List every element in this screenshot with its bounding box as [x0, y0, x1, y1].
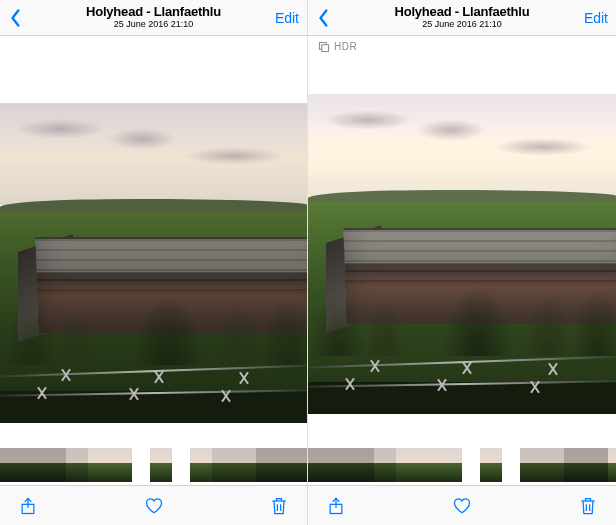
location-title: Holyhead - Llanfaethlu: [0, 5, 307, 19]
photo-area[interactable]: [308, 54, 616, 445]
chevron-left-icon: [316, 8, 330, 28]
thumbnail[interactable]: [440, 448, 462, 482]
thumbnail[interactable]: [234, 448, 256, 482]
photo-viewer-right: Holyhead - Llanfaethlu 25 June 2016 21:1…: [308, 0, 616, 525]
thumbnail[interactable]: [22, 448, 44, 482]
thumbnail[interactable]: [542, 448, 564, 482]
nav-title-group: Holyhead - Llanfaethlu 25 June 2016 21:1…: [0, 5, 307, 30]
navigation-bar: Holyhead - Llanfaethlu 25 June 2016 21:1…: [0, 0, 307, 36]
delete-button[interactable]: [269, 496, 289, 516]
delete-button[interactable]: [578, 496, 598, 516]
heart-icon: [452, 496, 472, 516]
share-icon: [326, 496, 346, 516]
svg-rect-5: [322, 44, 329, 51]
trash-icon: [269, 496, 289, 516]
thumbnail-scrubber[interactable]: [308, 445, 616, 485]
thumbnail[interactable]: [564, 448, 586, 482]
edit-button[interactable]: Edit: [584, 10, 608, 26]
thumbnail-selected[interactable]: [150, 448, 172, 482]
thumbnail[interactable]: [110, 448, 132, 482]
date-time-subtitle: 25 June 2016 21:10: [308, 19, 616, 30]
trash-icon: [578, 496, 598, 516]
hdr-badge-row: HDR: [308, 36, 616, 54]
thumbnail[interactable]: [278, 448, 300, 482]
thumbnail[interactable]: [396, 448, 418, 482]
thumbnail[interactable]: [44, 448, 66, 482]
thumbnail[interactable]: [190, 448, 212, 482]
share-button[interactable]: [18, 496, 38, 516]
thumbnail[interactable]: [352, 448, 374, 482]
thumbnail[interactable]: [88, 448, 110, 482]
back-button[interactable]: [8, 8, 38, 28]
thumbnail[interactable]: [374, 448, 396, 482]
main-photo: [0, 103, 307, 423]
heart-icon: [144, 496, 164, 516]
thumbnail[interactable]: [330, 448, 352, 482]
thumbnail[interactable]: [586, 448, 608, 482]
navigation-bar: Holyhead - Llanfaethlu 25 June 2016 21:1…: [308, 0, 616, 36]
photo-viewer-left: Holyhead - Llanfaethlu 25 June 2016 21:1…: [0, 0, 308, 525]
thumbnail-selected[interactable]: [480, 448, 502, 482]
back-button[interactable]: [316, 8, 346, 28]
chevron-left-icon: [8, 8, 22, 28]
thumbnail-scrubber[interactable]: [0, 445, 307, 485]
thumbnail[interactable]: [212, 448, 234, 482]
thumbnail[interactable]: [418, 448, 440, 482]
bottom-toolbar: [0, 485, 307, 525]
thumbnail[interactable]: [608, 448, 616, 482]
thumbnail[interactable]: [66, 448, 88, 482]
share-button[interactable]: [326, 496, 346, 516]
thumbnail[interactable]: [256, 448, 278, 482]
bottom-toolbar: [308, 485, 616, 525]
hdr-label: HDR: [334, 41, 357, 52]
thumbnail[interactable]: [520, 448, 542, 482]
thumbnail[interactable]: [0, 448, 22, 482]
comparison-container: Holyhead - Llanfaethlu 25 June 2016 21:1…: [0, 0, 616, 525]
nav-title-group: Holyhead - Llanfaethlu 25 June 2016 21:1…: [308, 5, 616, 30]
edit-button[interactable]: Edit: [275, 10, 299, 26]
rectangle-stack-icon: [318, 41, 330, 53]
date-time-subtitle: 25 June 2016 21:10: [0, 19, 307, 30]
photo-area[interactable]: [0, 54, 307, 445]
thumbnail[interactable]: [308, 448, 330, 482]
favorite-button[interactable]: [144, 496, 164, 516]
thumbnail[interactable]: [300, 448, 307, 482]
main-photo: [308, 94, 616, 414]
location-title: Holyhead - Llanfaethlu: [308, 5, 616, 19]
favorite-button[interactable]: [452, 496, 472, 516]
share-icon: [18, 496, 38, 516]
